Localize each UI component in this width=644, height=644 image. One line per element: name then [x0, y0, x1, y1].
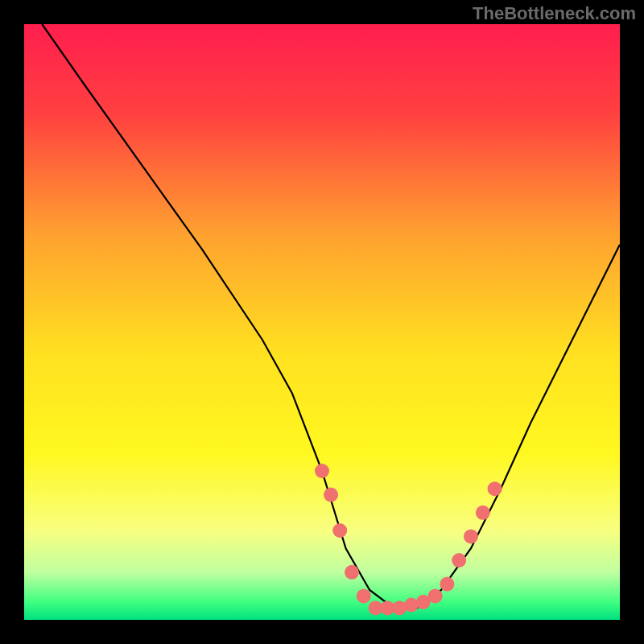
data-marker: [357, 588, 371, 603]
data-marker: [315, 464, 329, 478]
watermark-text: TheBottleneck.com: [473, 3, 636, 24]
data-marker: [476, 506, 490, 520]
chart-container: TheBottleneck.com: [0, 0, 644, 644]
chart-svg: [0, 0, 644, 644]
data-marker: [428, 588, 443, 603]
data-marker: [332, 523, 347, 538]
data-marker: [345, 565, 359, 580]
data-marker: [452, 553, 466, 568]
data-marker: [324, 488, 338, 502]
data-marker: [464, 529, 478, 543]
data-marker: [488, 481, 502, 496]
plot-background: [24, 24, 620, 620]
data-marker: [440, 577, 454, 592]
